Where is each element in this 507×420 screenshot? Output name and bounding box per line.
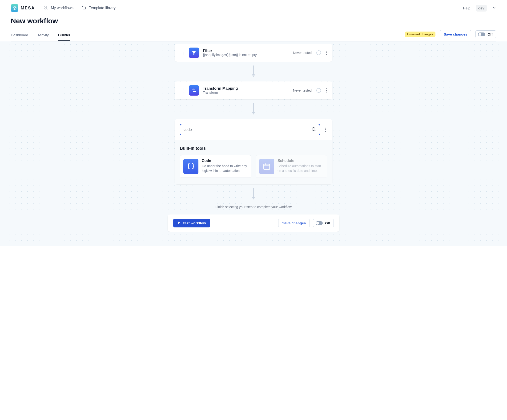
tool-desc: Go under the hood to write any logic wit… <box>202 164 248 173</box>
step-title: Transform Mapping <box>203 86 289 91</box>
main-nav: My workflows Template library <box>44 5 454 11</box>
header-right: Help dev <box>463 5 496 12</box>
brand-icon <box>11 4 18 12</box>
tab-dashboard[interactable]: Dashboard <box>11 31 28 41</box>
svg-rect-2 <box>45 8 46 9</box>
code-icon <box>183 159 198 174</box>
step-subtitle: {{shopify.images[0].src}} is not empty <box>203 53 289 57</box>
picker-results: Built-in tools Code Go under the hood to… <box>175 140 332 184</box>
brand[interactable]: MESA <box>11 4 35 12</box>
grid-icon <box>44 5 49 11</box>
tool-title: Schedule <box>277 159 324 163</box>
status-circle-icon <box>316 88 321 93</box>
transform-icon <box>189 85 199 96</box>
nav-my-workflows[interactable]: My workflows <box>44 5 73 11</box>
filter-icon <box>189 48 199 58</box>
step-status: Never tested <box>293 51 312 55</box>
nav-template-library[interactable]: Template library <box>82 5 116 11</box>
workflow-toggle-top[interactable]: Off <box>475 30 496 38</box>
step-status: Never tested <box>293 89 312 92</box>
tab-actions: Unsaved changes Save changes Off <box>405 30 496 41</box>
picker-menu-button[interactable] <box>324 128 327 132</box>
builder-canvas: ⋮⋮⋮⋮ Filter {{shopify.images[0].src}} is… <box>0 42 507 246</box>
section-title: Built-in tools <box>180 146 327 151</box>
drag-handle-icon[interactable]: ⋮⋮⋮⋮ <box>179 89 185 92</box>
tab-row: Dashboard Activity Builder Unsaved chang… <box>11 30 496 42</box>
step-transform[interactable]: ⋮⋮⋮⋮ Transform Mapping Transform Never t… <box>175 81 332 99</box>
tab-builder[interactable]: Builder <box>58 31 70 41</box>
tool-code[interactable]: Code Go under the hood to write any logi… <box>180 155 251 178</box>
step-search-field[interactable] <box>183 128 309 132</box>
tab-activity[interactable]: Activity <box>37 31 49 41</box>
toggle-label: Off <box>487 32 493 36</box>
svg-rect-0 <box>45 6 46 7</box>
page-title: New workflow <box>11 17 496 25</box>
env-menu-button[interactable] <box>493 6 496 10</box>
step-picker: Built-in tools Code Go under the hood to… <box>175 119 332 184</box>
app-header: MESA My workflows Template library Help … <box>0 0 507 14</box>
step-menu-button[interactable] <box>325 51 328 55</box>
step-title: Filter <box>203 49 289 53</box>
svg-point-4 <box>312 128 315 131</box>
toggle-switch-icon <box>316 221 323 225</box>
step-filter[interactable]: ⋮⋮⋮⋮ Filter {{shopify.images[0].src}} is… <box>175 44 332 62</box>
arrow-down-icon <box>175 62 332 81</box>
workflow-toggle-bottom[interactable]: Off <box>313 219 334 227</box>
save-button-top[interactable]: Save changes <box>440 30 471 38</box>
status-circle-icon <box>316 50 321 55</box>
unsaved-badge: Unsaved changes <box>405 32 436 37</box>
tabs: Dashboard Activity Builder <box>11 31 70 41</box>
finish-hint: Finish selecting your step to complete y… <box>175 204 332 214</box>
chevron-down-icon <box>493 6 496 10</box>
step-subtitle: Transform <box>203 91 289 94</box>
test-workflow-button[interactable]: Test workflow <box>173 219 210 228</box>
svg-rect-5 <box>264 164 270 170</box>
arrow-down-icon <box>175 99 332 119</box>
test-workflow-label: Test workflow <box>183 221 206 225</box>
help-link[interactable]: Help <box>463 6 470 10</box>
step-search-input[interactable] <box>180 124 320 135</box>
play-icon <box>177 221 181 225</box>
tool-schedule[interactable]: Schedule Schedule automations to start o… <box>256 155 327 178</box>
calendar-icon <box>259 159 274 174</box>
bottom-action-bar: Test workflow Save changes Off <box>168 214 339 232</box>
nav-template-library-label: Template library <box>89 6 116 10</box>
tool-title: Code <box>202 159 248 163</box>
archive-icon <box>82 5 87 11</box>
svg-rect-3 <box>83 6 86 7</box>
svg-rect-1 <box>47 6 48 9</box>
toggle-switch-icon <box>478 33 485 36</box>
toggle-label: Off <box>325 221 330 225</box>
arrow-down-icon <box>175 184 332 204</box>
title-block: New workflow Dashboard Activity Builder … <box>0 14 507 42</box>
nav-my-workflows-label: My workflows <box>51 6 73 10</box>
search-icon <box>311 127 316 133</box>
env-chip[interactable]: dev <box>476 5 487 12</box>
tool-desc: Schedule automations to start on a speci… <box>277 164 324 173</box>
step-menu-button[interactable] <box>325 88 328 93</box>
save-button-bottom[interactable]: Save changes <box>278 219 310 227</box>
brand-name: MESA <box>21 6 35 11</box>
drag-handle-icon[interactable]: ⋮⋮⋮⋮ <box>179 51 185 54</box>
